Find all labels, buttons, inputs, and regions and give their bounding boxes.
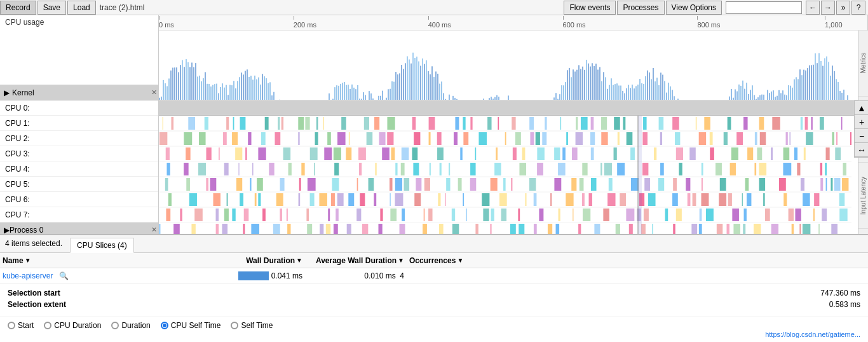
radio-cpu-duration-circle [44, 322, 51, 329]
radio-self-time[interactable]: Self Time [231, 321, 273, 330]
radio-self-time-circle [231, 322, 238, 329]
kernel-section-bar [159, 100, 867, 116]
row-wall-cell: 0.041 ms [229, 271, 305, 280]
tick-600ms: 600 ms [563, 21, 586, 29]
input-latency-sidebar-item[interactable]: Input Latency [858, 163, 868, 229]
nav-forward-button[interactable]: → [821, 1, 835, 15]
cpu-slices-tab[interactable]: CPU Slices (4) [70, 238, 134, 253]
kernel-close-button[interactable]: ✕ [151, 88, 157, 97]
tick-0ms: 0 ms [159, 21, 174, 29]
avg-wall-column-header[interactable]: Average Wall Duration ▼ [305, 256, 407, 265]
select-mode-button[interactable]: ▲ [855, 101, 868, 115]
cpu-3-label: CPU 3: [0, 146, 158, 161]
selection-start-row: Selection start 747.360 ms [8, 289, 860, 298]
right-toolbar-buttons: Flow events Processes View Options ← → »… [564, 1, 865, 15]
cpu-0-label: CPU 0: [0, 100, 158, 116]
zoom-controls: ▲ + − ↔ [854, 100, 868, 158]
filename-label: trace (2).html [100, 3, 145, 12]
metrics-sidebar-item[interactable]: Metrics [858, 31, 868, 97]
cpu-usage-label: CPU usage [0, 15, 158, 85]
wall-duration-column-header[interactable]: Wall Duration ▼ [229, 256, 305, 265]
main-area: CPU usage ▶ Kernel ✕ CPU 0: CPU 1: CPU 2… [0, 15, 868, 234]
cpu-2-label: CPU 2: [0, 131, 158, 146]
cpu-tracks[interactable] [159, 116, 867, 234]
time-ruler: 0 ms 200 ms 400 ms 600 ms 800 ms 1,000 [159, 15, 867, 31]
bottom-tabs: 4 items selected. CPU Slices (4) [0, 235, 868, 253]
occ-sort-icon: ▼ [457, 257, 463, 264]
zoom-out-button[interactable]: − [855, 129, 868, 143]
table-row[interactable]: kube-apiserver 🔍 0.041 ms 0.010 ms 4 [0, 268, 868, 284]
items-selected-label: 4 items selected. [5, 235, 62, 252]
timeline-column[interactable]: 0 ms 200 ms 400 ms 600 ms 800 ms 1,000 [159, 15, 868, 234]
bottom-panel: 4 items selected. CPU Slices (4) Name ▼ … [0, 234, 868, 342]
row-name-cell: kube-apiserver 🔍 [0, 271, 229, 280]
cpu-1-label: CPU 1: [0, 116, 158, 131]
cpu-7-label: CPU 7: [0, 207, 158, 222]
view-options-button[interactable]: View Options [666, 1, 722, 15]
selection-extent-row: Selection extent 0.583 ms [8, 300, 860, 309]
row-avg-cell: 0.010 ms 4 [305, 271, 407, 280]
cpu-4-label: CPU 4: [0, 161, 158, 177]
flow-events-button[interactable]: Flow events [564, 1, 616, 15]
wall-sort-icon: ▼ [296, 257, 302, 264]
toolbar: Record Save Load trace (2).html Flow eve… [0, 0, 868, 15]
bottom-url: https://blog.csdn.net/gatieme... [765, 331, 860, 338]
process-triangle-icon: ▶ [4, 226, 10, 235]
avg-sort-icon: ▼ [398, 257, 404, 264]
radio-cpu-self-time-circle [161, 322, 168, 329]
row-name-link[interactable]: kube-apiserver [3, 271, 53, 280]
nav-back-button[interactable]: ← [806, 1, 820, 15]
radio-start-circle [8, 322, 15, 329]
zoom-in-button[interactable]: + [855, 115, 868, 129]
radio-cpu-duration[interactable]: CPU Duration [44, 321, 101, 330]
nav-expand-button[interactable]: » [836, 1, 850, 15]
wall-duration-bar [238, 271, 269, 280]
nav-help-button[interactable]: ? [851, 1, 865, 15]
tick-800ms: 800 ms [697, 21, 720, 29]
tick-1000: 1,000 [825, 21, 843, 29]
radio-duration-circle [111, 322, 119, 329]
name-sort-icon: ▼ [25, 257, 31, 264]
radio-cpu-self-time[interactable]: CPU Self Time [161, 321, 221, 330]
cpu-usage-chart[interactable] [159, 31, 867, 100]
kernel-row[interactable]: ▶ Kernel ✕ [0, 85, 158, 100]
table-header: Name ▼ Wall Duration ▼ Average Wall Dura… [0, 253, 868, 268]
occurrences-column-header[interactable]: Occurrences ▼ [407, 256, 470, 265]
cpu-5-label: CPU 5: [0, 177, 158, 192]
name-column-header[interactable]: Name ▼ [0, 256, 229, 265]
processes-button[interactable]: Processes [617, 1, 664, 15]
cpu-6-label: CPU 6: [0, 192, 158, 207]
radio-options-row: Start CPU Duration Duration CPU Self Tim… [0, 317, 868, 334]
process-close-button[interactable]: ✕ [151, 226, 157, 234]
bottom-table: Name ▼ Wall Duration ▼ Average Wall Dura… [0, 253, 868, 284]
search-icon[interactable]: 🔍 [59, 271, 69, 280]
record-button[interactable]: Record [0, 1, 36, 15]
tick-200ms: 200 ms [294, 21, 316, 29]
fit-button[interactable]: ↔ [855, 143, 868, 157]
save-button[interactable]: Save [37, 1, 66, 15]
load-button[interactable]: Load [67, 1, 96, 15]
radio-duration[interactable]: Duration [111, 321, 150, 330]
selection-info: Selection start 747.360 ms Selection ext… [0, 284, 868, 317]
label-column: CPU usage ▶ Kernel ✕ CPU 0: CPU 1: CPU 2… [0, 15, 159, 234]
kernel-triangle-icon: ▶ [4, 88, 10, 97]
tick-400ms: 400 ms [428, 21, 451, 29]
radio-start[interactable]: Start [8, 321, 34, 330]
